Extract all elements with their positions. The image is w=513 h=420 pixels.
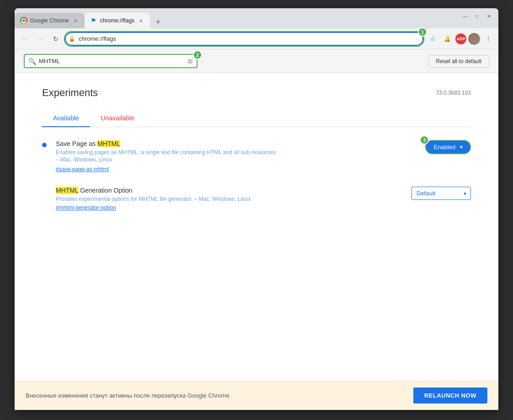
flag-desc-save: Enables saving pages as MHTML: a single … [56,149,416,156]
abp-button[interactable]: ABP [455,33,466,44]
tab-available[interactable]: Available [42,110,90,127]
flags-favicon [90,17,97,24]
flag-dot [42,143,47,147]
back-button[interactable]: ← [18,32,31,45]
tab-flags[interactable]: chrome://flags ✕ [85,13,150,28]
title-bar: Google Chrome ✕ chrome://flags ✕ + — □ ✕ [15,8,498,28]
star-button[interactable]: ☆ [426,32,439,45]
tab-unavailable[interactable]: Unavailable [90,110,145,127]
default-select[interactable]: Default Enabled Disabled [411,187,471,200]
step-badge-2: 2 [193,50,202,59]
flag-title-before: Save Page as [56,140,97,147]
page-content: 🔍 ⊗ 2 Reset all to default Experiments 7… [15,49,498,381]
step-badge-1: 1 [418,27,427,37]
flag-item-mhtml-generation: MHTML Generation Option Provides experim… [42,187,471,211]
flag-link-mhtml[interactable]: #mhtml-generator-option [56,205,116,211]
enabled-dropdown-button[interactable]: Enabled ▼ [425,140,471,154]
select-wrapper: Default Enabled Disabled ▼ [411,187,471,200]
flag-title-highlight: MHTML [97,140,120,147]
bell-button[interactable]: 🔔 [441,32,454,45]
flag-control-default: Default Enabled Disabled ▼ [411,187,471,200]
flag-info-mhtml: MHTML Generation Option Provides experim… [56,187,402,211]
flags-search-input[interactable] [39,58,184,65]
flag-control-enabled: 3 Enabled ▼ [425,140,471,154]
experiments-header: Experiments 73.0.3683.103 [42,87,471,99]
experiments-title: Experiments [42,87,98,99]
navigation-bar: ← → ↻ 🔒 1 ☆ 🔔 ABP ⋮ [15,28,498,49]
dropdown-arrow-icon: ▼ [459,145,464,150]
address-bar-input[interactable] [65,32,423,46]
flag-link-save[interactable]: #save-page-as-mhtml [56,166,109,172]
enabled-label: Enabled [433,144,455,151]
search-input-wrapper: 🔍 ⊗ 2 [24,54,198,68]
refresh-button[interactable]: ↻ [49,32,62,45]
flag-desc-mhtml: Provides experimental options for MHTML … [56,196,402,202]
forward-button[interactable]: → [34,32,47,45]
minimize-button[interactable]: — [461,12,469,20]
tab-flags-title: chrome://flags [100,17,134,24]
search-clear-button[interactable]: ⊗ [187,57,193,65]
flag-info: Save Page as MHTML Enables saving pages … [56,140,416,173]
menu-button[interactable]: ⋮ [482,32,495,45]
nav-actions: ☆ 🔔 ABP ⋮ [426,32,495,45]
avatar[interactable] [468,33,480,45]
flag-spacer [42,189,47,194]
experiments-area: Experiments 73.0.3683.103 Available Unav… [15,73,498,239]
maximize-button[interactable]: □ [473,12,481,20]
close-button[interactable]: ✕ [485,12,493,20]
tab-google-chrome[interactable]: Google Chrome ✕ [15,13,85,28]
chrome-favicon [20,17,27,24]
window-controls: — □ ✕ [461,12,493,20]
bottom-bar: Внесенные изменения станут активны после… [15,381,498,410]
tab-chrome-title: Google Chrome [30,17,69,24]
new-tab-button[interactable]: + [152,16,165,28]
flag-title-after2: Generation Option [78,187,132,194]
lock-icon: 🔒 [69,36,75,42]
tab-chrome-close[interactable]: ✕ [72,17,79,24]
experiments-tabs: Available Unavailable [42,110,471,127]
flag-title-save: Save Page as MHTML [56,140,416,147]
flags-search-bar: 🔍 ⊗ 2 Reset all to default [15,49,498,73]
address-bar-wrapper: 🔒 1 [65,32,423,46]
flag-item-save-page-mhtml: Save Page as MHTML Enables saving pages … [42,140,471,173]
flag-title-highlight2: MHTML [56,187,78,194]
reset-all-button[interactable]: Reset all to default [428,55,489,68]
tab-flags-close[interactable]: ✕ [137,17,144,24]
bottom-bar-text: Внесенные изменения станут активны после… [26,392,231,399]
flag-platforms-save: – Mac, Windows, Linux [56,156,416,163]
search-icon: 🔍 [28,58,36,65]
browser-window: Google Chrome ✕ chrome://flags ✕ + — □ ✕… [15,8,498,410]
flag-title-mhtml: MHTML Generation Option [56,187,402,194]
relaunch-button[interactable]: RELAUNCH NOW [413,388,487,404]
version-text: 73.0.3683.103 [436,90,471,96]
